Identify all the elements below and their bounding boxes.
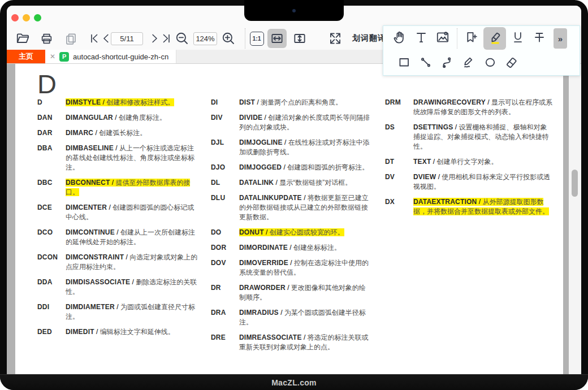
ellipse-tool-button[interactable] xyxy=(482,54,499,73)
strikethrough-icon xyxy=(532,30,547,47)
document-viewport: D DDIMSTYLE / 创建和修改标注样式。DANDIMANGULAR / … xyxy=(7,64,581,374)
page-number-input[interactable] xyxy=(111,32,143,45)
shortcut-code: DCO xyxy=(37,228,66,247)
shortcut-entry: DIDIST / 测量两个点的距离和角度。 xyxy=(211,98,370,107)
eraser-tool-button[interactable] xyxy=(503,54,520,73)
shortcut-entry: DDIMSTYLE / 创建和修改标注样式。 xyxy=(37,98,199,107)
fit-width-button[interactable] xyxy=(267,29,287,48)
shortcut-description: DATALINKUPDATE / 将数据更新至已建立的外部数据链接或从已建立的外… xyxy=(239,193,370,222)
scrollbar-thumb[interactable] xyxy=(572,170,578,197)
panel-divider xyxy=(457,28,457,49)
app-window: 1:1 划词翻译 主页 ✕ P autocad-shortcut-guide-z… xyxy=(7,6,581,374)
shortcut-entry: DRADIMRADIUS / 为某个圆或圆弧创建半径标注。 xyxy=(211,308,370,327)
shortcut-entry: DTTEXT / 创建单行文字对象。 xyxy=(385,157,552,167)
pdf-badge-icon: P xyxy=(59,52,69,62)
shortcut-description: DIST / 测量两个点的距离和角度。 xyxy=(239,98,370,107)
shortcut-code: DOV xyxy=(211,258,239,278)
shortcut-entry: DSDSETTINGS / 设置栅格和捕捉、极轴和对象捕捉追踪、对象捕捉模式、动… xyxy=(385,123,552,151)
curve-tool-button[interactable] xyxy=(439,54,456,73)
shortcut-description: DIMOVERRIDE / 控制在选定标注中使用的系统变量的替代值。 xyxy=(239,258,370,278)
shortcut-entry: DDIDIMDIAMETER / 为圆或弧创建直径尺寸标注。 xyxy=(37,302,199,322)
underline-tool-button[interactable] xyxy=(509,29,526,48)
zoom-level-input[interactable] xyxy=(193,32,217,45)
bookmark-add-button[interactable] xyxy=(463,29,480,48)
shortcut-code: DJL xyxy=(211,138,239,157)
shortcut-description: DVIEW / 使用相机和目标来定义平行投影或透视视图。 xyxy=(413,172,552,192)
pen-tool-button[interactable] xyxy=(460,54,477,73)
strikethrough-tool-button[interactable] xyxy=(531,29,548,48)
zoom-window-button[interactable] xyxy=(34,14,41,21)
shortcut-description: DIMRADIUS / 为某个圆或圆弧创建半径标注。 xyxy=(239,308,370,327)
line-icon xyxy=(418,55,433,72)
text-tool-button[interactable] xyxy=(413,29,430,48)
annotation-toolbar-panel: » xyxy=(383,25,580,76)
tab-close-icon[interactable]: ✕ xyxy=(50,53,55,60)
word-translate-toggle[interactable]: 划词翻译 xyxy=(352,27,386,50)
shortcut-entry: DVDVIEW / 使用相机和目标来定义平行投影或透视视图。 xyxy=(385,172,552,192)
eraser-icon xyxy=(504,55,519,72)
shortcut-code: DIV xyxy=(211,113,239,132)
shortcut-description: DIMDISASSOCIATE / 删除选定标注的关联性。 xyxy=(66,278,199,297)
actual-size-button[interactable]: 1:1 xyxy=(248,27,265,50)
shortcut-entry: DXDATAEXTRACTION / 从外部源提取图形数据，并将数据合并至数据提… xyxy=(385,197,552,216)
line-tool-button[interactable] xyxy=(417,54,434,73)
pdf-page: D DDIMSTYLE / 创建和修改标注样式。DANDIMANGULAR / … xyxy=(15,64,563,374)
fullscreen-button[interactable] xyxy=(327,27,344,50)
shortcut-code: DCON xyxy=(37,253,66,272)
copy-pages-icon xyxy=(64,32,78,46)
shortcut-description: DIMSTYLE / 创建和修改标注样式。 xyxy=(66,98,199,107)
copy-pages-button[interactable] xyxy=(62,27,79,50)
shortcut-entry: DRDRAWORDER / 更改图像和其他对象的绘制顺序。 xyxy=(211,283,370,302)
shortcut-entry: DREDIMREASSOCIATE / 将选定的标注关联或重新关联到对象或对象上… xyxy=(211,333,370,352)
annotation-row-2 xyxy=(383,51,580,76)
fit-height-button[interactable] xyxy=(291,27,308,50)
tab-home[interactable]: 主页 xyxy=(7,50,45,63)
hand-icon xyxy=(392,30,407,47)
shortcut-description: DATALINK / 显示“数据链接”对话框。 xyxy=(239,178,370,188)
print-button[interactable] xyxy=(38,27,55,50)
bottom-bezel: MacZL.com xyxy=(0,374,588,390)
macbook-notch xyxy=(244,0,344,21)
shortcut-entry: DJLDIMJOGLINE / 在线性标注或对齐标注中添加或删除折弯线。 xyxy=(211,138,370,157)
shortcut-entry: DCEDIMCENTER / 创建圆和圆弧的圆心标记或中心线。 xyxy=(37,203,199,222)
shortcut-code: DRA xyxy=(211,308,239,327)
shortcut-entry: DLUDATALINKUPDATE / 将数据更新至已建立的外部数据链接或从已建… xyxy=(211,193,370,222)
highlighter-tool-button[interactable] xyxy=(483,27,506,50)
curve-icon xyxy=(440,55,455,72)
minimize-window-button[interactable] xyxy=(23,14,30,21)
shortcut-entry: DCONDIMCONSTRAINT / 向选定对象或对象上的点应用标注约束。 xyxy=(37,253,199,272)
last-page-button[interactable] xyxy=(158,27,175,50)
webcam-dot xyxy=(292,9,296,12)
more-tools-button[interactable]: » xyxy=(554,28,567,49)
shortcut-code: DDI xyxy=(37,302,66,322)
shortcut-code: DAN xyxy=(37,113,66,123)
shortcut-entry: DBCDBCONNECT / 提供至外部数据库表的接口。 xyxy=(37,178,199,197)
shortcut-code: DBC xyxy=(37,178,66,197)
shortcut-entry: DEDDIMEDIT / 编辑标注文字和延伸线。 xyxy=(37,327,199,337)
shortcut-column-2: DIDIST / 测量两个点的距离和角度。DIVDIVIDE / 创建沿对象的长… xyxy=(211,98,370,358)
shortcut-description: DRAWINGRECOVERY / 显示可以在程序或系统故障后修复的图形文件的列… xyxy=(413,98,552,117)
image-tool-button[interactable] xyxy=(434,29,451,48)
annotation-row-1: » xyxy=(383,26,580,51)
shortcut-description: DIMORDINATE / 创建坐标标注。 xyxy=(239,243,370,253)
zoom-in-button[interactable] xyxy=(220,27,237,50)
zoom-out-button[interactable] xyxy=(174,27,191,50)
shortcut-description: DIMANGULAR / 创建角度标注。 xyxy=(66,113,199,123)
shortcut-entry: DJODIMJOGGED / 创建圆和圆弧的折弯标注。 xyxy=(211,163,370,172)
tab-document[interactable]: ✕ P autocad-shortcut-guide-zh-cn xyxy=(45,50,176,63)
rectangle-icon xyxy=(397,55,412,72)
pen-icon xyxy=(461,55,476,72)
brand-label: MacZL.com xyxy=(271,378,317,387)
shortcut-entry: DOVDIMOVERRIDE / 控制在选定标注中使用的系统变量的替代值。 xyxy=(211,258,370,278)
close-window-button[interactable] xyxy=(11,14,19,21)
shortcut-code: DBA xyxy=(37,144,66,172)
shortcut-description: DIMJOGGED / 创建圆和圆弧的折弯标注。 xyxy=(239,163,370,172)
rectangle-tool-button[interactable] xyxy=(396,54,413,73)
hand-tool-button[interactable] xyxy=(391,29,408,48)
shortcut-description: DIMREASSOCIATE / 将选定的标注关联或重新关联到对象或对象上的点。 xyxy=(239,333,370,352)
shortcut-description: DBCONNECT / 提供至外部数据库表的接口。 xyxy=(66,178,199,197)
shortcut-column-1: DDIMSTYLE / 创建和修改标注样式。DANDIMANGULAR / 创建… xyxy=(37,98,199,343)
scrollbar-track[interactable] xyxy=(569,64,581,374)
underline-icon xyxy=(511,30,525,47)
open-file-button[interactable] xyxy=(14,27,31,50)
